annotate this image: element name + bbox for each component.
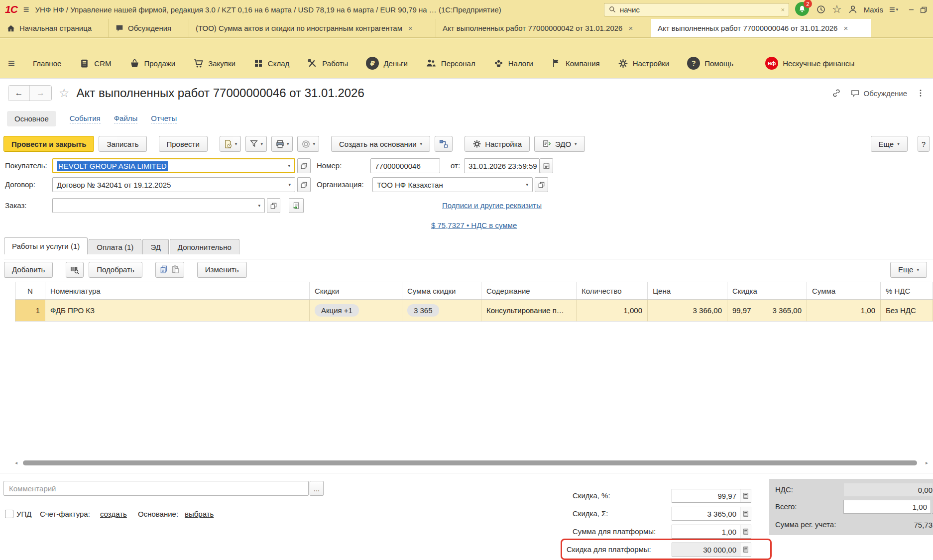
col-n[interactable]: N (15, 282, 45, 299)
col-vat[interactable]: % НДС (881, 282, 933, 299)
nav-files[interactable]: Файлы (114, 114, 138, 123)
kebab-menu-icon[interactable] (916, 89, 925, 98)
cell-nomenclature[interactable]: ФДБ ПРО КЗ (45, 300, 310, 322)
nav-main[interactable]: Основное (7, 111, 56, 126)
service-menu-button[interactable]: ≡ ▾ (889, 4, 898, 14)
col-quantity[interactable]: Количество (577, 282, 648, 299)
favorite-star-icon[interactable]: ☆ (59, 86, 70, 100)
comment-more-button[interactable]: ... (310, 481, 324, 496)
ribbon-item-settings[interactable]: Настройки (618, 58, 670, 69)
edo-button[interactable]: ЭДО▾ (534, 136, 585, 152)
discount-sum-calc-button[interactable] (740, 507, 751, 521)
discount-badge[interactable]: Акция +1 (315, 304, 359, 317)
cell-sum[interactable]: 1,00 (807, 300, 881, 322)
print-act-button[interactable]: ▾ (220, 136, 241, 152)
tab-additional[interactable]: Дополнительно (170, 239, 239, 254)
ribbon-item-purchases[interactable]: Закупки (193, 58, 235, 69)
ribbon-menu-icon[interactable]: ≡ (8, 57, 15, 69)
fill-from-order-button[interactable] (289, 198, 304, 213)
col-sum[interactable]: Сумма (807, 282, 881, 299)
discussion-button[interactable]: Обсуждение (850, 89, 907, 98)
number-field[interactable]: 77000000046 (370, 158, 440, 173)
related-documents-button[interactable] (435, 136, 453, 152)
main-menu-icon[interactable]: ≡ (23, 4, 29, 14)
order-open-button[interactable] (267, 198, 280, 213)
scrollbar-thumb[interactable] (23, 460, 917, 465)
buyer-open-button[interactable] (297, 158, 311, 173)
organization-open-button[interactable] (535, 177, 548, 192)
col-content[interactable]: Содержание (481, 282, 577, 299)
calendar-button[interactable] (540, 158, 553, 173)
ribbon-item-crm[interactable]: CRM (79, 58, 111, 69)
add-row-button[interactable]: Добавить (4, 262, 53, 278)
tab-payment[interactable]: Оплата (1) (89, 239, 141, 254)
user-icon[interactable] (848, 4, 858, 14)
ribbon-item-brand[interactable]: нфНескучные финансы (765, 57, 854, 70)
order-field[interactable]: ▾ (52, 198, 265, 213)
save-button[interactable]: Записать (99, 136, 146, 152)
ribbon-item-help[interactable]: ?Помощь (687, 57, 733, 70)
basis-select-link[interactable]: выбрать (185, 509, 214, 520)
buyer-field[interactable]: REVOLT GROUP ASIA LIMITED ▾ (52, 158, 295, 173)
tab-works-services[interactable]: Работы и услуги (1) (4, 237, 88, 254)
grand-total-field[interactable]: 1,00 (843, 500, 931, 514)
global-search-input[interactable]: начис × (604, 3, 789, 16)
ribbon-item-main[interactable]: Главное (33, 59, 61, 68)
minimize-button[interactable]: – (909, 5, 914, 14)
ribbon-item-sales[interactable]: Продажи (129, 58, 176, 69)
edit-row-button[interactable]: Изменить (197, 262, 247, 278)
chevron-down-icon[interactable]: ▾ (288, 163, 290, 168)
ribbon-item-taxes[interactable]: Налоги (493, 58, 533, 69)
tab-home[interactable]: Начальная страница (0, 19, 109, 37)
chevron-down-icon[interactable]: ▾ (526, 182, 528, 187)
ribbon-item-money[interactable]: ₽Деньги (366, 57, 407, 70)
table-row[interactable]: 1 ФДБ ПРО КЗ Акция +1 3 365 Консультиров… (15, 300, 933, 322)
cell-discount[interactable]: 99,97 3 365,00 (727, 300, 807, 322)
tab-report-discounts[interactable]: (ТОО) Сумма актов и скидки по иностранны… (189, 19, 436, 37)
post-button[interactable]: Провести (159, 136, 208, 152)
clear-search-icon[interactable]: × (781, 6, 785, 13)
col-nomenclature[interactable]: Номенклатура (45, 282, 310, 299)
close-icon[interactable]: × (843, 24, 848, 32)
ribbon-item-warehouse[interactable]: Склад (253, 58, 289, 68)
upd-checkbox[interactable] (5, 510, 13, 518)
close-icon[interactable]: × (408, 24, 413, 32)
tab-act-46[interactable]: Акт выполненных работ 77000000046 от 31.… (651, 19, 871, 37)
date-field[interactable]: 31.01.2026 23:59:59 (464, 158, 540, 173)
comment-input[interactable] (3, 481, 309, 496)
discount-pct-calc-button[interactable] (740, 489, 751, 503)
chevron-down-icon[interactable]: ▾ (258, 203, 260, 208)
scroll-right-icon[interactable]: ▸ (926, 460, 928, 465)
contract-open-button[interactable] (297, 177, 311, 192)
restore-window-button[interactable] (920, 5, 928, 14)
horizontal-scrollbar[interactable]: ◂ ▸ (15, 460, 931, 466)
cell-vat[interactable]: Без НДС (881, 300, 933, 322)
tab-act-42[interactable]: Акт выполненных работ 77000000042 от 31.… (436, 19, 651, 37)
notifications-button[interactable]: 2 (795, 2, 810, 17)
ribbon-item-works[interactable]: Работы (307, 58, 348, 69)
col-discounts[interactable]: Скидки (310, 282, 402, 299)
currency-vat-link[interactable]: $ 75,7327 • НДС в сумме (431, 221, 517, 229)
filter-button[interactable]: ▾ (245, 136, 267, 152)
cell-discounts[interactable]: Акция +1 (310, 300, 402, 322)
post-and-close-button[interactable]: Провести и закрыть (3, 136, 94, 152)
tab-discussions[interactable]: Обсуждения (109, 19, 189, 37)
close-icon[interactable]: × (628, 24, 633, 32)
platform-sum-field[interactable]: 1,00 (672, 525, 740, 539)
col-discount-sum[interactable]: Сумма скидки (402, 282, 481, 299)
print-button[interactable]: ▾ (271, 136, 293, 152)
history-icon[interactable] (816, 4, 826, 14)
organization-field[interactable]: ТОО НФ Казахстан ▾ (372, 177, 533, 192)
discount-sum-badge[interactable]: 3 365 (407, 304, 439, 317)
nav-events[interactable]: События (70, 114, 101, 123)
contract-field[interactable]: Договор № 342041 от 19.12.2025 ▾ (52, 177, 295, 192)
platform-discount-field[interactable]: 30 000,00 (672, 543, 740, 557)
seal-button[interactable]: ▾ (297, 136, 319, 152)
copy-link-icon[interactable] (831, 88, 841, 98)
scroll-left-icon[interactable]: ◂ (15, 460, 17, 465)
discount-pct-field[interactable]: 99,97 (672, 489, 740, 503)
cell-discount-sum[interactable]: 3 365 (402, 300, 481, 322)
platform-sum-calc-button[interactable] (740, 525, 751, 539)
back-button[interactable]: ← (8, 86, 30, 101)
cell-content[interactable]: Консультирование п… (481, 300, 577, 322)
